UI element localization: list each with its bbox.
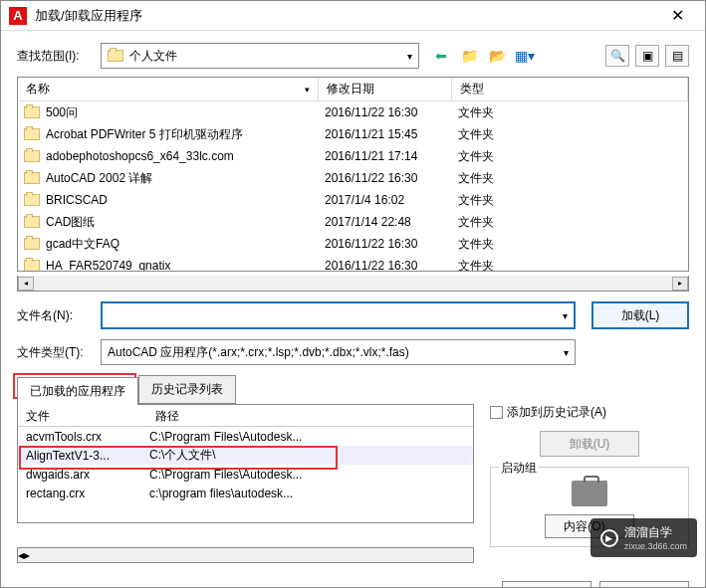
folder-icon bbox=[24, 128, 40, 140]
back-icon[interactable]: ⬅ bbox=[431, 46, 451, 66]
col-type[interactable]: 类型 bbox=[452, 78, 688, 100]
window-title: 加载/卸载应用程序 bbox=[35, 7, 657, 25]
loaded-row[interactable]: rectang.crxc:\program files\autodesk... bbox=[18, 484, 473, 502]
file-row[interactable]: adobephotoshopcs6_x64_33lc.com2016/11/21… bbox=[18, 145, 688, 167]
tool2-icon[interactable]: ▣ bbox=[635, 45, 659, 67]
folder-icon bbox=[24, 260, 40, 272]
file-row[interactable]: Acrobat PDFWriter 5 打印机驱动程序2016/11/21 15… bbox=[18, 123, 688, 145]
loaded-row[interactable]: acvmTools.crxC:\Program Files\Autodesk..… bbox=[18, 427, 473, 446]
h-scrollbar-2[interactable]: ◂▸ bbox=[17, 547, 474, 563]
filename-input[interactable]: ▾ bbox=[101, 301, 576, 329]
unload-button: 卸载(U) bbox=[540, 431, 639, 457]
close-icon[interactable]: ✕ bbox=[657, 2, 697, 30]
folder-icon bbox=[24, 194, 40, 206]
col-path[interactable]: 路径 bbox=[147, 405, 187, 426]
load-button[interactable]: 加载(L) bbox=[591, 301, 689, 329]
briefcase-icon bbox=[572, 481, 607, 506]
find-icon[interactable]: 🔍 bbox=[605, 45, 629, 67]
tab-history[interactable]: 历史记录列表 bbox=[138, 375, 236, 404]
look-in-label: 查找范围(I): bbox=[17, 48, 101, 65]
chevron-down-icon: ▾ bbox=[564, 347, 569, 358]
file-row[interactable]: AutoCAD 2002 详解2016/11/22 16:30文件夹 bbox=[18, 167, 688, 189]
filetype-dropdown[interactable]: AutoCAD 应用程序(*.arx;*.crx;*.lsp;*.dvb;*.d… bbox=[101, 339, 576, 365]
file-row[interactable]: gcad中文FAQ2016/11/22 16:30文件夹 bbox=[18, 233, 688, 255]
folder-icon bbox=[24, 172, 40, 184]
folder-icon bbox=[24, 238, 40, 250]
app-icon: A bbox=[9, 7, 27, 25]
folder-icon bbox=[24, 216, 40, 228]
location-value: 个人文件 bbox=[129, 48, 177, 65]
close-button[interactable]: 关闭(C) bbox=[502, 581, 591, 588]
folder-icon bbox=[24, 106, 40, 118]
col-file[interactable]: 文件 bbox=[18, 405, 147, 426]
new-folder-icon[interactable]: 📂 bbox=[487, 46, 507, 66]
filename-label: 文件名(N): bbox=[17, 307, 101, 324]
add-history-checkbox[interactable] bbox=[490, 406, 503, 419]
chevron-down-icon: ▾ bbox=[407, 51, 412, 62]
watermark: ▶ 溜溜自学 zixue.3d66.com bbox=[590, 518, 697, 557]
filetype-label: 文件类型(T): bbox=[17, 344, 101, 361]
file-list: 名称▾ 修改日期 类型 500问2016/11/22 16:30文件夹Acrob… bbox=[17, 77, 689, 272]
file-row[interactable]: HA_FAR520749_gnatix2016/11/22 16:30文件夹 bbox=[18, 255, 688, 272]
help-button[interactable]: 帮助(H) bbox=[599, 581, 689, 588]
file-row[interactable]: BRICSCAD2017/1/4 16:02文件夹 bbox=[18, 189, 688, 211]
chevron-down-icon: ▾ bbox=[563, 310, 568, 321]
tab-loaded[interactable]: 已加载的应用程序 bbox=[17, 377, 138, 405]
h-scrollbar[interactable]: ◂▸ bbox=[17, 276, 689, 292]
col-date[interactable]: 修改日期 bbox=[319, 78, 452, 100]
play-icon: ▶ bbox=[600, 529, 618, 547]
tool3-icon[interactable]: ▤ bbox=[665, 45, 689, 67]
file-row[interactable]: 500问2016/11/22 16:30文件夹 bbox=[18, 101, 688, 123]
startup-label: 启动组 bbox=[499, 460, 539, 477]
file-row[interactable]: CAD图纸2017/1/14 22:48文件夹 bbox=[18, 211, 688, 233]
col-name[interactable]: 名称▾ bbox=[18, 78, 319, 100]
add-history-label: 添加到历史记录(A) bbox=[507, 404, 606, 421]
annotation-box bbox=[19, 446, 338, 470]
views-icon[interactable]: ▦▾ bbox=[515, 46, 535, 66]
folder-icon bbox=[108, 50, 123, 62]
up-icon[interactable]: 📁 bbox=[459, 46, 479, 66]
folder-icon bbox=[24, 150, 40, 162]
location-dropdown[interactable]: 个人文件 ▾ bbox=[101, 43, 419, 69]
